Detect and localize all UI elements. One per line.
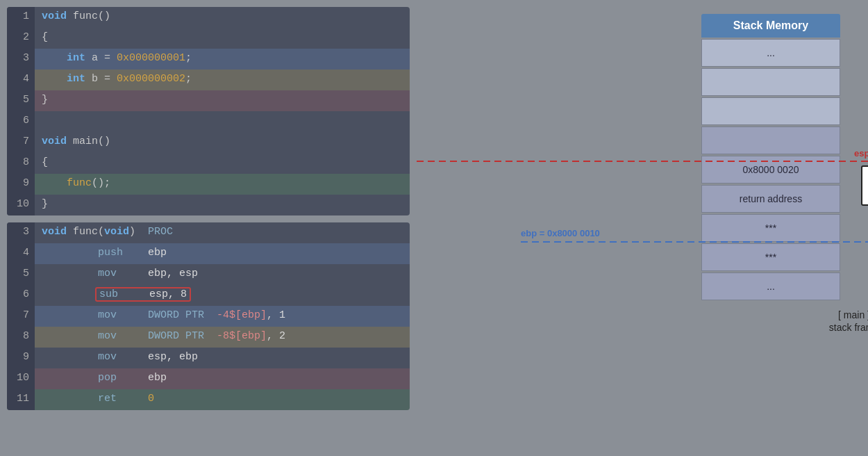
line-content-5: } [35,90,410,111]
code-line-7: 7 void main() [7,132,410,153]
code-line-3: 3 int a = 0x000000001; [7,49,410,70]
asm-line-5: 5 mov ebp, esp [7,264,410,285]
asm-line-10: 10 pop ebp [7,368,410,389]
code-line-2: 2 { [7,28,410,49]
func-frame-box: [ func ]stack frame [861,165,868,221]
asm-code-block: 3 void func(void) PROC 4 push ebp 5 mov … [7,222,410,410]
line-content-10: } [35,195,410,215]
c-code-block: 1 void func() 2 { 3 int a = 0x000000001;… [7,7,410,215]
line-num-6: 6 [7,111,35,132]
code-line-9: 9 func(); [7,174,410,195]
asm-content-10: pop ebp [35,368,410,389]
asm-content-11: ret 0 [35,389,410,410]
asm-line-7: 7 mov DWORD PTR -4$[ebp], 1 [7,306,410,327]
left-panel: 1 void func() 2 { 3 int a = 0x000000001;… [7,7,410,449]
line-num-4: 4 [7,70,35,90]
line-num-8: 8 [7,153,35,174]
code-line-4: 4 int b = 0x000000002; [7,70,410,90]
line-num-3: 3 [7,49,35,70]
line-num-7: 7 [7,132,35,153]
asm-content-6: sub esp, 8 [35,285,410,306]
asm-num-6: 6 [7,285,35,306]
main-frame-label: [ main ] [838,309,868,320]
asm-num-5: 5 [7,264,35,285]
code-line-6: 6 [7,111,410,132]
line-content-6 [35,111,410,132]
asm-content-8: mov DWORD PTR -8$[ebp], 2 [35,327,410,348]
ebp-label-text: ebp = 0x8000 0010 [521,228,600,238]
asm-num-7: 7 [7,306,35,327]
asm-content-9: mov esp, ebp [35,348,410,368]
asm-num-10: 10 [7,368,35,389]
line-num-9: 9 [7,174,35,195]
diagram-svg: esp = 0x8000 0008 ebp = 0x8000 0010 [ fu… [417,7,861,449]
line-num-10: 10 [7,195,35,215]
line-content-3: int a = 0x000000001; [35,49,410,70]
right-panel: Stack Memory ... 0x8000 0020 return addr… [417,7,861,449]
asm-line-11: 11 ret 0 [7,389,410,410]
asm-line-9: 9 mov esp, ebp [7,348,410,368]
line-num-1: 1 [7,7,35,28]
main-frame-label2: stack frame [829,322,868,333]
code-line-1: 1 void func() [7,7,410,28]
asm-content-4: push ebp [35,243,410,264]
line-content-9: func(); [35,174,410,195]
line-content-4: int b = 0x000000002; [35,70,410,90]
line-content-2: { [35,28,410,49]
asm-line-4: 4 push ebp [7,243,410,264]
asm-num-4: 4 [7,243,35,264]
asm-num-3: 3 [7,222,35,243]
line-num-5: 5 [7,90,35,111]
main-container: 1 void func() 2 { 3 int a = 0x000000001;… [0,0,868,456]
asm-num-9: 9 [7,348,35,368]
line-content-7: void main() [35,132,410,153]
asm-content-5: mov ebp, esp [35,264,410,285]
asm-num-11: 11 [7,389,35,410]
asm-content-7: mov DWORD PTR -4$[ebp], 1 [35,306,410,327]
line-content-8: { [35,153,410,174]
code-line-10: 10 } [7,195,410,215]
asm-num-8: 8 [7,327,35,348]
asm-content-3: void func(void) PROC [35,222,410,243]
asm-line-3: 3 void func(void) PROC [7,222,410,243]
asm-line-8: 8 mov DWORD PTR -8$[ebp], 2 [7,327,410,348]
asm-line-6: 6 sub esp, 8 [7,285,410,306]
esp-label-text: esp = 0x8000 0008 [854,148,868,158]
code-line-5: 5 } [7,90,410,111]
line-content-1: void func() [35,7,410,28]
code-line-8: 8 { [7,153,410,174]
line-num-2: 2 [7,28,35,49]
